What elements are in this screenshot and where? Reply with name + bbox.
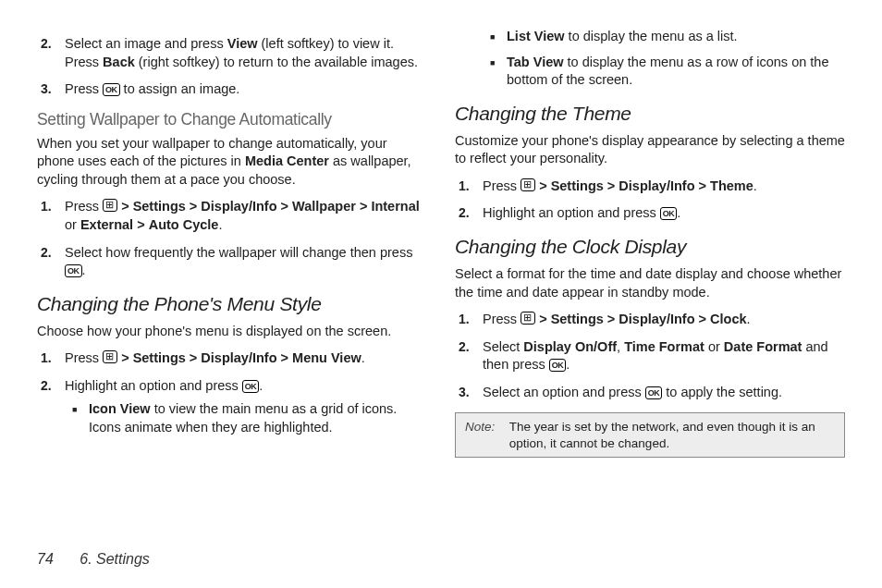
clock-steps: 1. Press > Settings > Display/Info > Clo… bbox=[455, 311, 845, 401]
text: or bbox=[704, 339, 724, 354]
gt: > bbox=[607, 312, 615, 326]
text: . bbox=[259, 378, 263, 393]
note-box: Note: The year is set by the network, an… bbox=[455, 412, 845, 458]
opt: Date Format bbox=[724, 339, 802, 354]
note-text: The year is set by the network, and even… bbox=[509, 419, 833, 451]
path: Settings bbox=[133, 199, 186, 214]
list-marker: 1. bbox=[41, 349, 52, 367]
page-number: 74 bbox=[37, 551, 54, 567]
menu-icon bbox=[521, 178, 535, 191]
list-marker: 3. bbox=[459, 384, 470, 401]
label: List View bbox=[507, 29, 565, 43]
gt: > bbox=[281, 199, 288, 214]
step-2: 2. Select how frequently the wallpaper w… bbox=[65, 244, 427, 280]
gt: > bbox=[699, 178, 706, 193]
view-label: View bbox=[227, 36, 258, 51]
path: Settings bbox=[551, 178, 604, 193]
list-marker: 2. bbox=[459, 338, 470, 356]
path: Settings bbox=[133, 350, 186, 365]
path: Menu View bbox=[292, 350, 361, 365]
page-footer: 74 6. Settings bbox=[37, 551, 150, 568]
note-label: Note: bbox=[465, 419, 506, 435]
theme-heading: Changing the Theme bbox=[455, 103, 845, 125]
gt: > bbox=[539, 312, 546, 326]
text: Select how frequently the wallpaper will… bbox=[65, 245, 412, 260]
step-1: 1. Press > Settings > Display/Info > Wal… bbox=[65, 198, 427, 234]
text: Select bbox=[483, 339, 523, 354]
text: Press bbox=[483, 178, 521, 193]
text: to assign an image. bbox=[120, 81, 240, 96]
text: Press bbox=[65, 350, 103, 365]
list-marker: 1. bbox=[459, 311, 470, 328]
text: Press bbox=[65, 199, 103, 214]
wallpaper-auto-steps: 1. Press > Settings > Display/Info > Wal… bbox=[37, 198, 427, 279]
text: or bbox=[65, 217, 80, 232]
theme-desc: Customize your phone's display appearanc… bbox=[455, 132, 845, 168]
step-2: 2. Select an image and press View (left … bbox=[65, 35, 427, 71]
path: Display/Info bbox=[619, 178, 694, 193]
menu-view-options: Icon View to view the main menu as a gri… bbox=[65, 400, 427, 436]
list-marker: 2. bbox=[41, 377, 52, 395]
text: . bbox=[566, 357, 570, 372]
ok-icon: OK bbox=[645, 386, 663, 399]
back-label: Back bbox=[103, 55, 135, 69]
section-title: 6. Settings bbox=[80, 551, 150, 567]
gt: > bbox=[190, 350, 197, 365]
path: Internal bbox=[371, 199, 419, 214]
step-1: 1. Press > Settings > Display/Info > Men… bbox=[65, 349, 427, 368]
path: Theme bbox=[710, 178, 753, 193]
menu-style-steps: 1. Press > Settings > Display/Info > Men… bbox=[37, 349, 427, 436]
path: Display/Info bbox=[619, 312, 694, 326]
gt: > bbox=[121, 350, 129, 365]
text: , bbox=[617, 339, 624, 354]
gt: > bbox=[281, 350, 288, 365]
text: . bbox=[82, 263, 86, 277]
option-icon-view: Icon View to view the main menu as a gri… bbox=[89, 400, 427, 436]
opt: Time Format bbox=[624, 339, 704, 354]
step-3: 3. Select an option and press OK to appl… bbox=[483, 384, 845, 402]
clock-heading: Changing the Clock Display bbox=[455, 236, 845, 258]
gt: > bbox=[360, 199, 367, 214]
list-marker: 2. bbox=[459, 204, 470, 222]
ok-icon: OK bbox=[549, 359, 567, 372]
text: Select an image and press bbox=[65, 36, 227, 51]
left-column: 2. Select an image and press View (left … bbox=[37, 28, 427, 458]
ok-icon: OK bbox=[660, 207, 678, 220]
step-2: 2. Highlight an option and press OK. bbox=[483, 204, 845, 223]
text: Highlight an option and press bbox=[483, 205, 660, 220]
gt: > bbox=[121, 199, 129, 214]
step-1: 1. Press > Settings > Display/Info > The… bbox=[483, 178, 845, 196]
image-steps-continued: 2. Select an image and press View (left … bbox=[37, 35, 427, 99]
gt: > bbox=[607, 178, 615, 193]
menu-view-options-cont: List View to display the menu as a list.… bbox=[455, 28, 845, 90]
menu-icon bbox=[521, 312, 535, 325]
right-column: List View to display the menu as a list.… bbox=[455, 28, 845, 458]
step-2: 2. Select Display On/Off, Time Format or… bbox=[483, 338, 845, 374]
list-marker: 3. bbox=[41, 80, 52, 98]
gt: > bbox=[539, 178, 546, 193]
clock-desc: Select a format for the time and date di… bbox=[455, 265, 845, 301]
path: Display/Info bbox=[201, 199, 276, 214]
gt: > bbox=[137, 217, 144, 232]
path: Settings bbox=[551, 312, 604, 326]
gt: > bbox=[699, 312, 706, 326]
text: to apply the setting. bbox=[662, 385, 782, 399]
path: External bbox=[80, 217, 133, 232]
ok-icon: OK bbox=[242, 380, 260, 393]
text: Press bbox=[483, 312, 521, 326]
label: Tab View bbox=[507, 55, 564, 69]
gt: > bbox=[190, 199, 197, 214]
step-1: 1. Press > Settings > Display/Info > Clo… bbox=[483, 311, 845, 329]
option-list-view: List View to display the menu as a list. bbox=[507, 28, 845, 46]
text: to display the menu as a list. bbox=[565, 29, 738, 43]
text: Press bbox=[65, 81, 103, 96]
ok-icon: OK bbox=[103, 83, 120, 96]
option-tab-view: Tab View to display the menu as a row of… bbox=[507, 54, 845, 90]
theme-steps: 1. Press > Settings > Display/Info > The… bbox=[455, 178, 845, 223]
path: Display/Info bbox=[201, 350, 276, 365]
media-center-label: Media Center bbox=[245, 153, 329, 168]
opt: Display On/Off bbox=[523, 339, 617, 354]
path: Auto Cycle bbox=[149, 217, 219, 232]
menu-icon bbox=[103, 350, 117, 363]
menu-icon bbox=[103, 199, 117, 212]
